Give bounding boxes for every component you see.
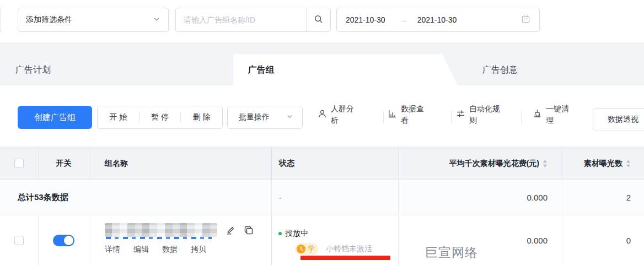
- automation-rules-label: 自动化规则: [469, 103, 502, 126]
- audience-analysis-button[interactable]: 人群分析: [318, 102, 379, 127]
- data-view-button[interactable]: 数据查看: [388, 102, 448, 127]
- summary-exposures: 2: [562, 180, 644, 215]
- toolbar-divider: [521, 111, 522, 123]
- chevron-down-icon: [286, 113, 293, 122]
- row-action-links: 详情 编辑 数据 拷贝: [105, 245, 206, 255]
- tab-ad-creative[interactable]: 广告创意: [482, 54, 518, 85]
- column-header-status: 状态: [272, 147, 399, 180]
- row-status-sub: 学 小铃铛未激活: [295, 243, 372, 255]
- calendar-icon: [521, 14, 530, 25]
- one-click-clean-label: 一键清理: [546, 103, 571, 126]
- summary-status: -: [272, 180, 399, 215]
- tab-ad-group[interactable]: 广告组: [233, 54, 460, 85]
- row-checkbox[interactable]: [14, 236, 24, 245]
- cropped-control-fragment: [0, 8, 1, 32]
- clock-icon: [296, 244, 306, 254]
- summary-avg-cost: 0.000: [399, 180, 562, 215]
- entity-tab-strip: 广告计划 广告组 广告创意: [0, 42, 644, 85]
- data-view-label: 数据查看: [401, 103, 426, 126]
- date-range-arrow: →: [400, 15, 407, 24]
- sliders-icon: [456, 109, 465, 120]
- select-all-checkbox[interactable]: [14, 159, 24, 168]
- summary-total-label: 总计53条数据: [0, 180, 272, 215]
- add-filter-label: 添加筛选条件: [26, 15, 72, 25]
- duplicate-link[interactable]: 拷贝: [191, 245, 206, 255]
- table-row: 详情 编辑 数据 拷贝 投放中 学 小铃铛未激活 0.: [0, 215, 644, 265]
- edit-link[interactable]: 编辑: [133, 245, 149, 255]
- add-filter-dropdown[interactable]: 添加筛选条件: [18, 8, 169, 32]
- batch-operations-label: 批量操作: [239, 112, 270, 122]
- group-name-link-redacted[interactable]: [105, 223, 217, 240]
- bell-not-activated-note: 小铃铛未激活: [326, 244, 372, 254]
- status-dot-green: [278, 232, 282, 235]
- sort-icon[interactable]: [626, 160, 631, 167]
- tab-ad-group-label: 广告组: [248, 54, 275, 85]
- row-switch-toggle[interactable]: [53, 235, 74, 246]
- batch-operations-dropdown[interactable]: 批量操作: [227, 106, 303, 129]
- learning-badge-text: 学: [308, 244, 315, 254]
- learning-badge: 学: [295, 243, 318, 255]
- toggle-knob: [64, 236, 73, 245]
- column-header-exposures[interactable]: 素材曝光数: [562, 147, 644, 180]
- data-pivot-button[interactable]: 数据透视: [593, 108, 644, 131]
- row-avg-cost: 0.000: [399, 215, 562, 265]
- row-status: 投放中: [278, 229, 308, 239]
- date-range-picker[interactable]: 2021-10-30 → 2021-10-30: [336, 8, 540, 32]
- column-header-switch: 开关: [39, 147, 89, 180]
- start-button[interactable]: 开 始: [98, 112, 139, 122]
- copy-icon[interactable]: [243, 225, 254, 237]
- person-icon: [318, 109, 327, 120]
- search-button[interactable]: [306, 8, 330, 31]
- one-click-clean-button[interactable]: 一键清理: [533, 102, 586, 127]
- tab-ad-plan[interactable]: 广告计划: [15, 54, 51, 85]
- sort-icon[interactable]: [543, 160, 548, 167]
- broom-icon: [533, 109, 542, 120]
- date-start: 2021-10-30: [346, 15, 385, 24]
- table-header: 开关 组名称 状态 平均千次素材曝光花费(元) 素材曝光数: [0, 147, 644, 180]
- toolbar-divider: [451, 111, 452, 123]
- automation-rules-button[interactable]: 自动化规则: [456, 102, 518, 127]
- group-search-box: [175, 8, 331, 32]
- pause-button[interactable]: 暂 停: [139, 112, 181, 122]
- delete-button[interactable]: 删 除: [180, 112, 222, 122]
- row-exposures: 0: [562, 215, 644, 265]
- data-link[interactable]: 数据: [162, 245, 178, 255]
- date-end: 2021-10-30: [417, 15, 457, 24]
- summary-row: 总计53条数据 - 0.000 2: [0, 180, 644, 215]
- edit-pencil-icon[interactable]: [225, 225, 236, 237]
- search-input[interactable]: [176, 8, 306, 31]
- bulk-state-button-group: 开 始 暂 停 删 除: [97, 106, 223, 129]
- ad-group-manager-page: 添加筛选条件 2021-10-30 → 2021-10-30 广告计划 广告组 …: [0, 0, 644, 265]
- column-header-avg-cost[interactable]: 平均千次素材曝光花费(元): [399, 147, 562, 180]
- detail-link[interactable]: 详情: [105, 245, 120, 255]
- chevron-down-icon: [153, 15, 160, 25]
- toolbar-divider: [383, 111, 384, 123]
- status-text: 投放中: [285, 229, 308, 239]
- column-header-group-name: 组名称: [89, 147, 272, 180]
- red-highlight-underline: [300, 256, 390, 260]
- bar-chart-icon: [388, 109, 397, 120]
- audience-analysis-label: 人群分析: [331, 103, 356, 126]
- create-ad-group-button[interactable]: 创建广告组: [18, 106, 92, 129]
- search-icon: [314, 14, 323, 25]
